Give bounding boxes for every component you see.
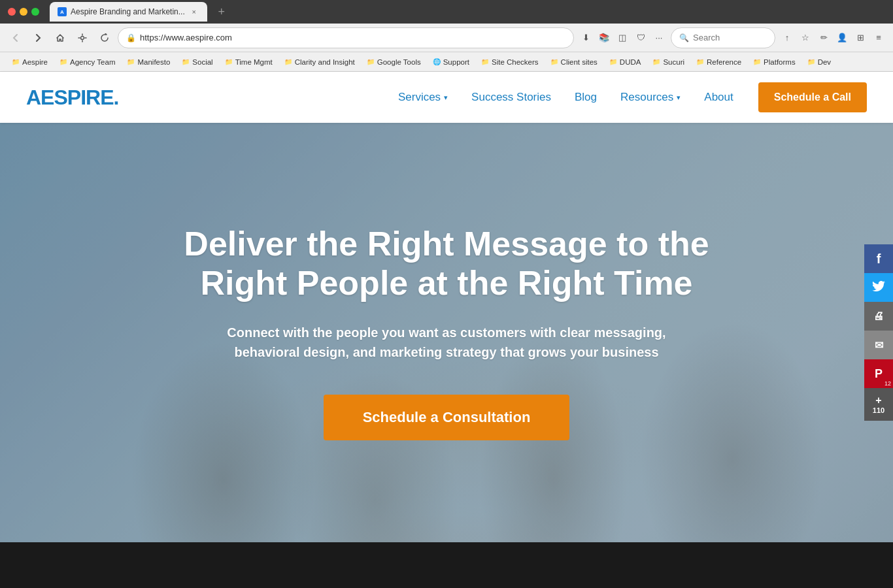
bookmark-manifesto[interactable]: 📁 Manifesto <box>122 56 175 68</box>
svg-point-0 <box>81 36 84 39</box>
bookmark-support[interactable]: 🌐 Support <box>428 56 475 68</box>
browser-toolbar: 🔒 ⬇ 📚 ◫ 🛡 ··· 🔍 ↑ ☆ ✏ 👤 ⊞ ≡ <box>0 24 893 52</box>
nav-about[interactable]: About <box>692 91 745 104</box>
new-tab-button[interactable]: + <box>212 3 231 21</box>
bookmark-duda[interactable]: 📁 DUDA <box>604 56 647 68</box>
site-logo[interactable]: AESPIRE. <box>26 86 118 110</box>
bookmark-client-sites[interactable]: 📁 Client sites <box>545 56 603 68</box>
toolbar-right-icons: ↑ ☆ ✏ 👤 ⊞ ≡ <box>779 30 886 46</box>
total-share-count[interactable]: + 110 <box>864 388 893 421</box>
chevron-down-icon: ▾ <box>677 93 681 102</box>
hero-subtitle: Connect with the people you want as cust… <box>211 323 682 362</box>
more-icon[interactable]: ··· <box>651 30 667 46</box>
globe-icon: 🌐 <box>433 58 441 66</box>
share-icon[interactable]: ↑ <box>779 30 795 46</box>
bookmarks-icon[interactable]: 📚 <box>596 30 612 46</box>
tab-close-button[interactable]: × <box>189 7 199 17</box>
forward-button[interactable] <box>29 29 47 47</box>
tools-button[interactable] <box>73 29 92 47</box>
active-tab[interactable]: A Aespire Branding and Marketin... × <box>50 2 207 22</box>
folder-icon: 📁 <box>127 58 135 66</box>
reader-icon[interactable]: ◫ <box>615 30 630 46</box>
folder-icon: 📁 <box>550 58 558 66</box>
search-bar-wrapper[interactable]: 🔍 <box>671 27 775 48</box>
profile-icon[interactable]: 👤 <box>834 30 850 46</box>
bookmark-aespire[interactable]: 📁 Aespire <box>7 56 53 68</box>
print-button[interactable]: 🖨 <box>864 302 893 331</box>
folder-icon: 📁 <box>59 58 67 66</box>
traffic-lights <box>8 8 39 16</box>
share-count: 110 <box>873 406 885 414</box>
browser-chrome: A Aespire Branding and Marketin... × + 🔒… <box>0 0 893 72</box>
address-bar-wrapper[interactable]: 🔒 <box>118 27 574 48</box>
toolbar-icons: ⬇ 📚 ◫ 🛡 ··· <box>578 30 667 46</box>
folder-icon: 📁 <box>284 58 292 66</box>
tab-favicon: A <box>58 7 67 16</box>
facebook-icon: f <box>877 252 881 267</box>
bookmarks-bar: 📁 Aespire 📁 Agency Team 📁 Manifesto 📁 So… <box>0 52 893 72</box>
bookmark-clarity[interactable]: 📁 Clarity and Insight <box>279 56 360 68</box>
folder-icon: 📁 <box>12 58 20 66</box>
folder-icon: 📁 <box>182 58 190 66</box>
pinterest-share-button[interactable]: P 12 <box>864 359 893 388</box>
bookmark-agency-team[interactable]: 📁 Agency Team <box>54 56 120 68</box>
star-icon[interactable]: ☆ <box>798 30 813 46</box>
bookmark-google-tools[interactable]: 📁 Google Tools <box>362 56 426 68</box>
lock-icon: 🔒 <box>126 33 136 42</box>
email-icon: ✉ <box>875 339 883 351</box>
nav-blog[interactable]: Blog <box>563 91 609 104</box>
twitter-icon <box>872 281 885 295</box>
folder-icon: 📁 <box>652 58 660 66</box>
title-bar: A Aespire Branding and Marketin... × + <box>0 0 893 24</box>
nav-resources[interactable]: Resources ▾ <box>609 91 692 104</box>
close-window-button[interactable] <box>8 8 16 16</box>
address-bar[interactable] <box>140 33 565 42</box>
plus-icon: + <box>875 395 881 406</box>
folder-icon: 📁 <box>753 58 761 66</box>
bookmark-sucuri[interactable]: 📁 Sucuri <box>647 56 690 68</box>
refresh-button[interactable] <box>95 29 114 47</box>
shield-icon[interactable]: 🛡 <box>633 30 649 46</box>
folder-icon: 📁 <box>367 58 375 66</box>
folder-icon: 📁 <box>481 58 489 66</box>
back-button[interactable] <box>7 29 25 47</box>
download-icon[interactable]: ⬇ <box>578 30 594 46</box>
facebook-share-button[interactable]: f <box>864 244 893 273</box>
website: AESPIRE. Services ▾ Success Stories Blog… <box>0 72 893 542</box>
folder-icon: 📁 <box>696 58 704 66</box>
nav-success-stories[interactable]: Success Stories <box>460 91 563 104</box>
nav-services[interactable]: Services ▾ <box>386 91 460 104</box>
email-share-button[interactable]: ✉ <box>864 331 893 359</box>
twitter-share-button[interactable] <box>864 273 893 302</box>
schedule-consultation-button[interactable]: Schedule a Consultation <box>324 395 570 440</box>
bookmark-reference[interactable]: 📁 Reference <box>691 56 747 68</box>
search-icon: 🔍 <box>679 33 689 42</box>
search-input[interactable] <box>693 33 758 42</box>
schedule-call-button[interactable]: Schedule a Call <box>758 82 867 112</box>
tab-title: Aespire Branding and Marketin... <box>71 7 185 16</box>
folder-icon: 📁 <box>225 58 233 66</box>
folder-icon: 📁 <box>609 58 617 66</box>
folder-icon: 📁 <box>807 58 815 66</box>
maximize-window-button[interactable] <box>31 8 39 16</box>
hero-section: Deliver the Right Message to the Right P… <box>0 123 893 542</box>
hero-title: Deliver the Right Message to the Right P… <box>178 225 715 303</box>
chevron-down-icon: ▾ <box>444 93 448 102</box>
edit-icon[interactable]: ✏ <box>816 30 832 46</box>
home-button[interactable] <box>51 29 69 47</box>
social-sidebar: f 🖨 ✉ P 12 + 110 <box>864 244 893 421</box>
pinterest-icon: P <box>875 367 883 381</box>
extensions-icon[interactable]: ⊞ <box>852 30 868 46</box>
site-navigation: AESPIRE. Services ▾ Success Stories Blog… <box>0 72 893 123</box>
bookmark-dev[interactable]: 📁 Dev <box>802 56 836 68</box>
print-icon: 🖨 <box>873 310 884 322</box>
bookmark-site-checkers[interactable]: 📁 Site Checkers <box>476 56 544 68</box>
bookmark-time-mgmt[interactable]: 📁 Time Mgmt <box>220 56 278 68</box>
bookmark-platforms[interactable]: 📁 Platforms <box>748 56 801 68</box>
minimize-window-button[interactable] <box>20 8 27 16</box>
firefox-menu-icon[interactable]: ≡ <box>871 30 886 46</box>
bookmark-social[interactable]: 📁 Social <box>177 56 218 68</box>
hero-content: Deliver the Right Message to the Right P… <box>0 123 893 542</box>
pinterest-count: 12 <box>885 380 891 387</box>
nav-links: Services ▾ Success Stories Blog Resource… <box>386 91 745 104</box>
